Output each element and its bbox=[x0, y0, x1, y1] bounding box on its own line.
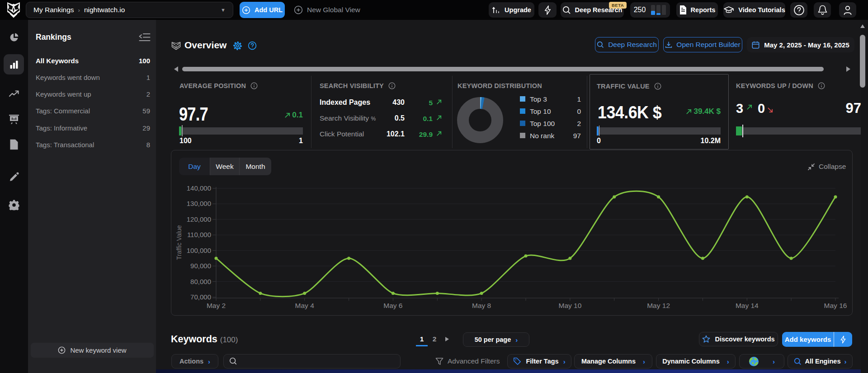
svg-text:130,000: 130,000 bbox=[187, 200, 211, 207]
svg-text:110,000: 110,000 bbox=[187, 231, 211, 238]
svg-text:May 12: May 12 bbox=[647, 302, 670, 309]
svg-text:100,000: 100,000 bbox=[187, 247, 211, 254]
svg-text:May 8: May 8 bbox=[472, 302, 491, 309]
svg-text:May 16: May 16 bbox=[824, 302, 847, 309]
svg-text:Traffic Value: Traffic Value bbox=[175, 225, 183, 260]
svg-text:120,000: 120,000 bbox=[187, 215, 211, 223]
svg-text:May 14: May 14 bbox=[736, 302, 759, 309]
svg-text:May 10: May 10 bbox=[558, 302, 581, 309]
svg-text:80,000: 80,000 bbox=[190, 278, 211, 285]
svg-text:140,000: 140,000 bbox=[187, 184, 211, 192]
svg-text:May 4: May 4 bbox=[295, 302, 315, 309]
svg-text:90,000: 90,000 bbox=[190, 262, 211, 270]
svg-text:May 6: May 6 bbox=[383, 302, 402, 309]
svg-text:70,000: 70,000 bbox=[190, 293, 211, 301]
svg-text:May 2: May 2 bbox=[207, 302, 226, 309]
